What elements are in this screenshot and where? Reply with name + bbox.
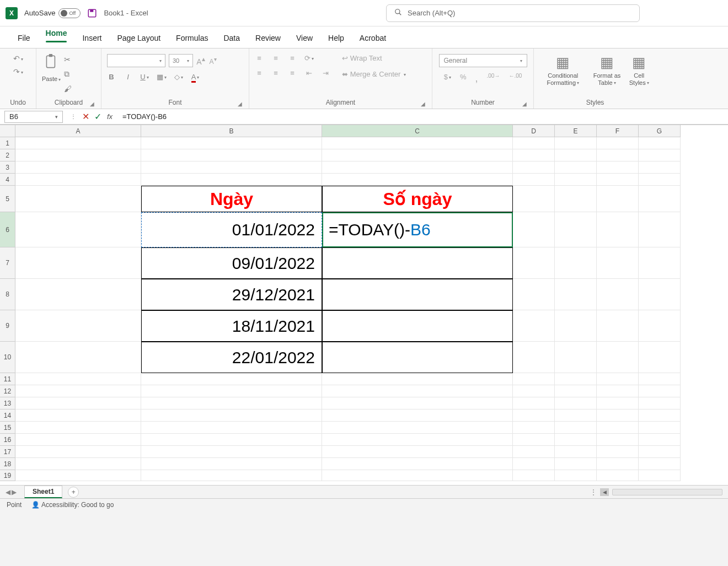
tab-file[interactable]: File (10, 34, 38, 48)
cell-D1[interactable] (513, 137, 555, 149)
cell-F1[interactable] (597, 137, 639, 149)
percent-icon[interactable]: % (460, 73, 467, 84)
wrap-text-button[interactable]: ↩ Wrap Text (342, 54, 406, 62)
row-header-16[interactable]: 16 (0, 434, 15, 446)
cell-G15[interactable] (639, 422, 681, 434)
cell-A15[interactable] (15, 422, 141, 434)
row-header-9[interactable]: 9 (0, 310, 15, 342)
cell-C6[interactable]: =TODAY()-B6 (322, 212, 513, 247)
cell-D18[interactable] (513, 458, 555, 470)
cell-F11[interactable] (597, 373, 639, 385)
cell-A19[interactable] (15, 470, 141, 481)
increase-font-icon[interactable]: A▴ (196, 55, 205, 66)
cell-B8[interactable]: 29/12/2021 (141, 279, 322, 310)
cells-area[interactable]: NgàySố ngày01/01/2022=TODAY()-B609/01/20… (15, 137, 681, 481)
cell-G11[interactable] (639, 373, 681, 385)
cell-C16[interactable] (322, 434, 513, 446)
cell-F14[interactable] (597, 409, 639, 422)
cell-B19[interactable] (141, 470, 322, 481)
sheet-nav-prev-icon[interactable]: ◀ (6, 488, 10, 496)
cell-D6[interactable] (513, 212, 555, 247)
col-header-D[interactable]: D (513, 125, 555, 137)
cell-C7[interactable] (322, 247, 513, 279)
align-left-icon[interactable]: ≡ (255, 69, 264, 77)
row-header-12[interactable]: 12 (0, 385, 15, 397)
view-options-icon[interactable]: ⋮ (590, 488, 597, 496)
cell-B10[interactable]: 22/01/2022 (141, 342, 322, 373)
cell-B16[interactable] (141, 434, 322, 446)
row-header-5[interactable]: 5 (0, 186, 15, 212)
col-header-F[interactable]: F (597, 125, 639, 137)
cell-B5[interactable]: Ngày (141, 186, 322, 212)
enter-icon[interactable]: ✓ (92, 111, 104, 122)
row-header-17[interactable]: 17 (0, 446, 15, 458)
currency-icon[interactable]: $▾ (444, 73, 451, 84)
cell-E11[interactable] (555, 373, 597, 385)
cell-D11[interactable] (513, 373, 555, 385)
cell-E17[interactable] (555, 446, 597, 458)
cell-D15[interactable] (513, 422, 555, 434)
cell-C4[interactable] (322, 174, 513, 186)
row-header-11[interactable]: 11 (0, 373, 15, 385)
fill-color-icon[interactable]: ◇▾ (174, 73, 183, 81)
cell-A5[interactable] (15, 186, 141, 212)
paste-label[interactable]: Paste▾ (42, 76, 61, 83)
cell-A4[interactable] (15, 174, 141, 186)
cell-D14[interactable] (513, 409, 555, 422)
cell-A12[interactable] (15, 385, 141, 397)
cell-B9[interactable]: 18/11/2021 (141, 310, 322, 342)
number-launcher-icon[interactable]: ◢ (521, 101, 528, 107)
sheet-tab[interactable]: Sheet1 (24, 486, 62, 498)
cell-G12[interactable] (639, 385, 681, 397)
format-painter-icon[interactable]: 🖌 (64, 84, 72, 93)
cell-B11[interactable] (141, 373, 322, 385)
cell-F7[interactable] (597, 247, 639, 279)
autosave-toggle[interactable]: AutoSave Off (24, 8, 81, 18)
row-header-10[interactable]: 10 (0, 342, 15, 373)
cell-D8[interactable] (513, 279, 555, 310)
cell-G2[interactable] (639, 149, 681, 161)
cell-E14[interactable] (555, 409, 597, 422)
row-header-1[interactable]: 1 (0, 137, 15, 149)
cell-B17[interactable] (141, 446, 322, 458)
cell-D12[interactable] (513, 385, 555, 397)
cell-F18[interactable] (597, 458, 639, 470)
cell-E19[interactable] (555, 470, 597, 481)
decrease-indent-icon[interactable]: ⇤ (304, 69, 313, 77)
name-box[interactable]: B6 ▾ (4, 111, 63, 123)
underline-icon[interactable]: U▾ (140, 73, 149, 81)
row-header-4[interactable]: 4 (0, 174, 15, 186)
cell-F17[interactable] (597, 446, 639, 458)
tab-data[interactable]: Data (216, 34, 248, 48)
cell-C17[interactable] (322, 446, 513, 458)
copy-icon[interactable]: ⧉ (64, 69, 72, 79)
font-size-select[interactable]: 30▾ (169, 54, 193, 67)
cell-A2[interactable] (15, 149, 141, 161)
borders-icon[interactable]: ▦▾ (157, 73, 167, 81)
row-header-13[interactable]: 13 (0, 397, 15, 409)
cell-F5[interactable] (597, 186, 639, 212)
cell-E13[interactable] (555, 397, 597, 409)
cell-C5[interactable]: Số ngày (322, 186, 513, 212)
cell-D5[interactable] (513, 186, 555, 212)
select-all-corner[interactable] (0, 125, 15, 137)
cell-B6[interactable]: 01/01/2022 (141, 212, 322, 247)
cell-D2[interactable] (513, 149, 555, 161)
font-launcher-icon[interactable]: ◢ (237, 101, 243, 107)
cell-F16[interactable] (597, 434, 639, 446)
cell-G9[interactable] (639, 310, 681, 342)
cell-C12[interactable] (322, 385, 513, 397)
cell-E4[interactable] (555, 174, 597, 186)
accessibility-status[interactable]: 👤 Accessibility: Good to go (31, 501, 114, 509)
cell-G8[interactable] (639, 279, 681, 310)
cell-A17[interactable] (15, 446, 141, 458)
cell-D17[interactable] (513, 446, 555, 458)
cell-A18[interactable] (15, 458, 141, 470)
undo-icon[interactable]: ↶▾ (13, 54, 23, 63)
align-bottom-icon[interactable]: ≡ (288, 54, 297, 62)
spreadsheet-grid[interactable]: ABCDEFG 12345678910111213141516171819 Ng… (0, 125, 728, 485)
cell-G7[interactable] (639, 247, 681, 279)
cell-A14[interactable] (15, 409, 141, 422)
cell-C8[interactable] (322, 279, 513, 310)
col-header-B[interactable]: B (141, 125, 322, 137)
